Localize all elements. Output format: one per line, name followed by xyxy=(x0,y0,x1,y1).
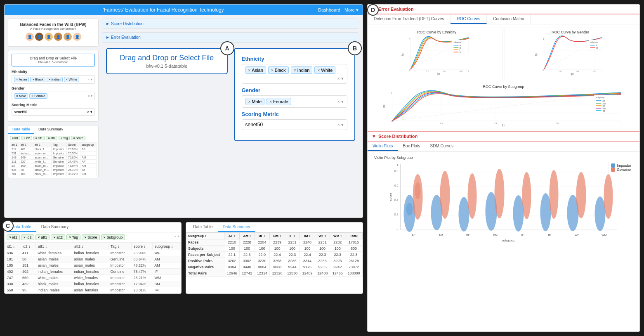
tab-roc-curves[interactable]: ROC Curves xyxy=(451,14,487,24)
form-scoring-clear[interactable]: × ▾ xyxy=(337,122,344,128)
data-tabs-header[interactable]: Data Table Data Summary xyxy=(8,125,98,134)
form-ethnicity-clear[interactable]: × ▾ xyxy=(337,76,344,81)
tab-data-table[interactable]: Data Table xyxy=(8,125,34,134)
tab-confusion-matrix[interactable]: Confusion Matrix xyxy=(487,14,531,24)
tab-box-plots[interactable]: Box Plots xyxy=(398,142,425,151)
scoring-clear[interactable]: × ▾ xyxy=(87,110,92,114)
face-3: 👤 xyxy=(45,33,53,41)
col-id2[interactable]: × id2 xyxy=(21,136,32,140)
col-badge-id1[interactable]: × id1 xyxy=(7,234,20,240)
col-badge-subgroup[interactable]: × Subgroup xyxy=(101,234,125,240)
tag-asian[interactable]: × Asian xyxy=(14,77,29,82)
tag-white[interactable]: × White xyxy=(64,77,79,82)
col-badge-score[interactable]: × Score xyxy=(82,234,99,240)
th-wf[interactable]: WF ↕ xyxy=(315,233,330,239)
col-att2[interactable]: × att2 xyxy=(46,136,57,140)
tab-det-curves[interactable]: Detection Error Tradeoff (DET) Curves xyxy=(368,14,451,24)
clear-ethnicity[interactable]: × ▾ xyxy=(88,78,92,81)
accordion-error-eval[interactable]: ▶ Error Evaluation xyxy=(102,32,359,43)
accordion-score-label: Score Distribution xyxy=(111,21,144,26)
th-subgroup-full[interactable]: subgroup ↕ xyxy=(152,243,181,250)
roc-gender-svg: fpr tpr 0 1 0.2 0.4 0.8 1 subgroup xyxy=(507,35,634,77)
form-tag-female[interactable]: × Female xyxy=(267,98,291,105)
th-id1-full[interactable]: id1 ↕ xyxy=(5,243,20,250)
error-header: ▼ Error Evaluation xyxy=(368,5,639,14)
form-gender-clear[interactable]: × ▾ xyxy=(337,99,344,104)
form-tag-male[interactable]: × Male xyxy=(245,98,265,105)
th-bf[interactable]: BF ↕ xyxy=(255,233,270,239)
accordion-score-dist[interactable]: ▶ Score Distribution xyxy=(102,19,359,29)
scoring-select[interactable]: senet50 × ▾ xyxy=(12,108,95,116)
th-score[interactable]: Score xyxy=(67,142,80,147)
th-wm[interactable]: WM ↕ xyxy=(330,233,345,239)
th-tag[interactable]: Tag xyxy=(52,142,67,147)
clear-gender[interactable]: × ▾ xyxy=(88,94,92,98)
tag-black[interactable]: × Black xyxy=(30,77,45,82)
col-badge-id2[interactable]: × id2 xyxy=(21,234,34,240)
col-badge-att2[interactable]: × att2 xyxy=(51,234,65,240)
c-tab-data-summary[interactable]: Data Summary xyxy=(36,222,74,232)
th-score-full[interactable]: score ↕ xyxy=(132,243,153,250)
form-ethnicity-tags[interactable]: × Asian × Black × Indian × White × ▾ xyxy=(242,64,348,84)
tag-female[interactable]: × Female xyxy=(29,93,47,99)
ethnicity-filter[interactable]: × Asian × Black × Indian × White × ▾ xyxy=(12,75,95,84)
app-nav[interactable]: Dashboard More ▾ xyxy=(318,7,359,13)
th-att1-full[interactable]: att1 ↕ xyxy=(35,243,72,250)
arrow-icon: ▶ xyxy=(106,22,109,26)
upload-box[interactable]: Drag and Drop or Select File bfw-v0.1.5-… xyxy=(12,54,95,66)
c-tab-data-summary-2[interactable]: Data Summary xyxy=(218,222,255,232)
th-id1[interactable]: att 1 xyxy=(10,142,19,147)
tab-violin-plots[interactable]: Violin Plots xyxy=(368,142,398,151)
svg-text:1: 1 xyxy=(543,38,544,40)
table-row: 185151asian_malesasian_malesImpostor48.2… xyxy=(5,263,181,269)
form-gender-tags[interactable]: × Male × Female × ▾ xyxy=(242,95,348,108)
th-bm[interactable]: BM ↕ xyxy=(270,233,285,239)
th-subgroup[interactable]: subgroup xyxy=(80,142,97,147)
score-dist-tabs[interactable]: Violin Plots Box Plots SDM Curves xyxy=(368,142,639,151)
th-id2-full[interactable]: id2 ↕ xyxy=(20,243,35,250)
nav-dashboard[interactable]: Dashboard xyxy=(318,7,340,13)
tag-indian[interactable]: × Indian xyxy=(47,77,63,82)
col-id1[interactable]: × id1 xyxy=(10,136,20,140)
legend-impostor-label: Impostor xyxy=(617,163,631,168)
roc-subgroup-full: ROC Curve by Subgroup xyxy=(368,83,639,131)
tab-sdm-curves[interactable]: SDM Curves xyxy=(425,142,459,151)
th-total[interactable]: Total xyxy=(345,233,362,239)
th-if[interactable]: IF ↕ xyxy=(285,233,300,239)
c-panel-tabs-1[interactable]: Data Table Data Summary xyxy=(5,222,181,232)
tag-male[interactable]: × Male xyxy=(14,93,28,99)
gender-filter[interactable]: × Male × Female × ▾ xyxy=(12,92,95,100)
violin-title: Violin Plot by Subgroup xyxy=(371,154,636,160)
accordion-score-header[interactable]: ▶ Score Distribution xyxy=(102,19,359,28)
col-badge-att1[interactable]: × att1 xyxy=(35,234,50,240)
col-badge-tag[interactable]: × Tag xyxy=(66,234,80,240)
form-tag-indian[interactable]: × Indian xyxy=(291,66,313,74)
callout-form: Ethnicity × Asian × Black × Indian × Whi… xyxy=(240,54,350,135)
accordion-error-header[interactable]: ▶ Error Evaluation xyxy=(102,33,359,42)
tab-data-summary[interactable]: Data Summary xyxy=(34,125,67,134)
form-tag-black[interactable]: × Black xyxy=(268,66,289,74)
upload-area[interactable]: Drag and Drop or Select File bfw-v0.1.5-… xyxy=(112,54,222,69)
form-tag-white[interactable]: × White xyxy=(314,66,335,74)
th-id2[interactable]: att 2 xyxy=(19,142,33,147)
th-att2-full[interactable]: att2 ↕ xyxy=(72,243,108,250)
col-tag[interactable]: × Tag xyxy=(59,136,70,140)
svg-text:subgroup: subgroup xyxy=(596,96,605,99)
col-score[interactable]: × Score xyxy=(71,136,85,140)
col-clear[interactable]: × ▾ xyxy=(175,234,179,240)
th-tag-full[interactable]: Tag ↕ xyxy=(108,243,131,250)
form-tag-asian[interactable]: × Asian xyxy=(245,66,266,74)
th-att1[interactable]: att 2 xyxy=(33,142,52,147)
form-scoring-select[interactable]: senet50 × ▾ xyxy=(242,119,348,130)
c-tab-data-table-2[interactable]: Data Table xyxy=(188,222,218,232)
th-am[interactable]: AM ↕ xyxy=(240,233,255,239)
scoring-label: Scoring Metric xyxy=(12,103,95,107)
th-sub[interactable]: Subgroup ↕ xyxy=(186,233,224,239)
col-att1[interactable]: × att1 xyxy=(33,136,45,140)
error-tabs[interactable]: Detection Error Tradeoff (DET) Curves RO… xyxy=(368,14,639,24)
nav-more[interactable]: More ▾ xyxy=(344,7,359,13)
th-im[interactable]: IM ↕ xyxy=(300,233,315,239)
svg-point-95 xyxy=(415,182,421,199)
th-af[interactable]: AF ↕ xyxy=(224,233,240,239)
c-panel-tabs-2[interactable]: Data Table Data Summary xyxy=(186,222,363,232)
